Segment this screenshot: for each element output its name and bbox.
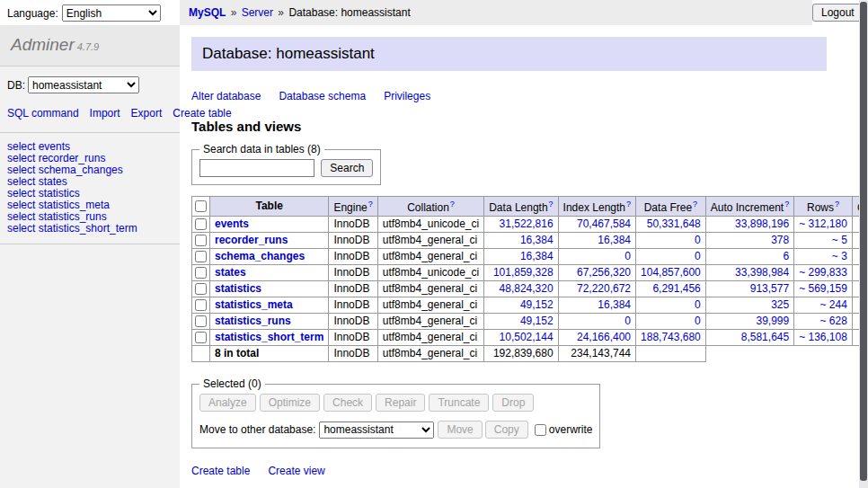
link-create-table[interactable]: Create table bbox=[191, 465, 250, 477]
vertical-scrollbar[interactable] bbox=[859, 0, 868, 488]
link-create-view[interactable]: Create view bbox=[268, 465, 324, 477]
help-link[interactable]: ? bbox=[835, 200, 839, 209]
main-nav-links: Alter databaseDatabase schemaPrivileges bbox=[191, 90, 827, 102]
selected-buttons: AnalyzeOptimizeCheckRepairTruncateDrop bbox=[199, 394, 592, 412]
row-checkbox[interactable] bbox=[195, 332, 207, 343]
rows-count-link[interactable]: ~ 312,180 bbox=[799, 217, 847, 230]
cell-table: recorder_runs bbox=[210, 233, 329, 249]
column-header-collation[interactable]: Collation? bbox=[377, 197, 483, 217]
sidebar-menu: Adminer4.7.9 DB:homeassistant SQL comman… bbox=[0, 25, 180, 488]
row-checkbox[interactable] bbox=[195, 218, 207, 230]
cell-data_free: 0 bbox=[636, 233, 706, 249]
table-link-events[interactable]: events bbox=[215, 217, 249, 230]
cell-collation: utf8mb4_general_ci bbox=[377, 314, 483, 330]
search-button[interactable]: Search bbox=[321, 159, 373, 177]
app-name: Adminer bbox=[11, 35, 75, 54]
cell-auto_increment: 39,999 bbox=[705, 314, 793, 330]
rows-count-link[interactable]: ~ 299,833 bbox=[799, 266, 847, 279]
column-header-data-free[interactable]: Data Free? bbox=[636, 197, 706, 217]
overwrite-checkbox[interactable] bbox=[535, 424, 546, 436]
move-db-select[interactable]: homeassistant bbox=[319, 421, 434, 439]
select-all-checkbox[interactable] bbox=[195, 200, 207, 212]
repair-button[interactable]: Repair bbox=[376, 394, 425, 412]
sidebar-link-sql-command[interactable]: SQL command bbox=[7, 107, 79, 120]
language-label: Language: bbox=[7, 7, 58, 20]
row-checkbox[interactable] bbox=[195, 267, 207, 279]
column-header-index-length[interactable]: Index Length? bbox=[558, 197, 635, 217]
cell-rows: ~ 628 bbox=[794, 314, 853, 330]
table-link-statistics-runs[interactable]: statistics_runs bbox=[215, 315, 291, 327]
help-link[interactable]: ? bbox=[784, 200, 789, 209]
nav-link-database-schema[interactable]: Database schema bbox=[279, 90, 366, 102]
rows-count-link[interactable]: ~ 136,108 bbox=[799, 331, 847, 343]
copy-button[interactable]: Copy bbox=[485, 421, 528, 439]
sidebar-select-statistics-short-term[interactable]: select statistics_short_term bbox=[7, 223, 173, 235]
language-select[interactable]: English bbox=[62, 4, 161, 22]
nav-link-alter-database[interactable]: Alter database bbox=[191, 90, 261, 102]
rows-count-link[interactable]: ~ 569,159 bbox=[799, 282, 847, 295]
cell-collation: utf8mb4_general_ci bbox=[377, 330, 483, 346]
rows-count-link[interactable]: ~ 5 bbox=[832, 234, 847, 246]
column-header-rows[interactable]: Rows? bbox=[794, 197, 853, 217]
table-row: statistics_runsInnoDButf8mb4_general_ci4… bbox=[192, 314, 868, 330]
table-link-statistics[interactable]: statistics bbox=[215, 282, 261, 295]
cell-data_length: 31,522,816 bbox=[484, 217, 558, 233]
optimize-button[interactable]: Optimize bbox=[260, 394, 320, 412]
overwrite-option: overwrite bbox=[535, 423, 593, 436]
cell-rows: ~ 136,108 bbox=[794, 330, 853, 346]
column-label: Index Length bbox=[563, 201, 625, 214]
total-row: 8 in totalInnoDButf8mb4_general_ci192,83… bbox=[192, 346, 868, 362]
nav-link-privileges[interactable]: Privileges bbox=[384, 90, 430, 102]
column-header-data-length[interactable]: Data Length? bbox=[484, 197, 558, 217]
cell-table: statistics bbox=[210, 281, 329, 297]
truncate-button[interactable]: Truncate bbox=[429, 394, 489, 412]
table-link-statistics-short-term[interactable]: statistics_short_term bbox=[215, 331, 323, 343]
rows-count-link[interactable]: ~ 628 bbox=[820, 315, 847, 327]
search-input[interactable] bbox=[199, 159, 314, 177]
breadcrumb-item-mysql[interactable]: MySQL bbox=[189, 6, 226, 19]
column-label: Auto Increment bbox=[711, 201, 784, 214]
table-link-statistics-meta[interactable]: statistics_meta bbox=[215, 298, 293, 311]
column-header-engine[interactable]: Engine? bbox=[329, 197, 377, 217]
row-checkbox[interactable] bbox=[195, 251, 207, 262]
sidebar-link-export[interactable]: Export bbox=[131, 107, 163, 120]
help-link[interactable]: ? bbox=[549, 200, 554, 209]
row-checkbox[interactable] bbox=[195, 315, 207, 327]
rows-count-link[interactable]: ~ 3 bbox=[832, 250, 847, 262]
breadcrumb-item-server[interactable]: Server bbox=[242, 6, 273, 19]
help-link[interactable]: ? bbox=[626, 200, 631, 209]
sidebar-link-create-table[interactable]: Create table bbox=[173, 107, 231, 120]
table-link-recorder-runs[interactable]: recorder_runs bbox=[215, 234, 288, 246]
cell-data_free: 0 bbox=[636, 297, 706, 314]
row-checkbox[interactable] bbox=[195, 283, 207, 295]
table-link-states[interactable]: states bbox=[215, 266, 246, 279]
drop-button[interactable]: Drop bbox=[492, 394, 534, 412]
selected-legend: Selected (0) bbox=[199, 377, 265, 390]
cell-engine: InnoDB bbox=[329, 233, 377, 249]
column-header-auto-increment[interactable]: Auto Increment? bbox=[705, 197, 793, 217]
move-row: Move to other database:homeassistantMove… bbox=[199, 421, 592, 439]
main: Database: homeassistant Alter databaseDa… bbox=[180, 25, 868, 488]
column-label: Engine bbox=[333, 201, 367, 214]
move-label: Move to other database: bbox=[199, 423, 315, 436]
check-button[interactable]: Check bbox=[323, 394, 372, 412]
breadcrumb: MySQL » Server » Database: homeassistant bbox=[180, 0, 812, 25]
overwrite-label: overwrite bbox=[549, 423, 593, 436]
help-link[interactable]: ? bbox=[450, 200, 455, 209]
logout-button[interactable]: Logout bbox=[812, 4, 864, 22]
scrollbar-thumb[interactable] bbox=[860, 2, 867, 481]
table-link-schema-changes[interactable]: schema_changes bbox=[215, 250, 305, 262]
column-header-table[interactable]: Table bbox=[210, 197, 329, 217]
help-link[interactable]: ? bbox=[368, 200, 373, 209]
analyze-button[interactable]: Analyze bbox=[199, 394, 256, 412]
move-button[interactable]: Move bbox=[438, 421, 482, 439]
rows-count-link[interactable]: ~ 244 bbox=[820, 298, 847, 311]
cell-auto_increment: 33,898,196 bbox=[705, 217, 793, 233]
sidebar-link-import[interactable]: Import bbox=[90, 107, 120, 120]
db-label: DB: bbox=[7, 79, 25, 92]
row-checkbox[interactable] bbox=[195, 235, 207, 246]
cell-data_free: 0 bbox=[636, 314, 706, 330]
help-link[interactable]: ? bbox=[693, 200, 697, 209]
row-checkbox[interactable] bbox=[195, 299, 207, 311]
db-select[interactable]: homeassistant bbox=[28, 76, 139, 93]
